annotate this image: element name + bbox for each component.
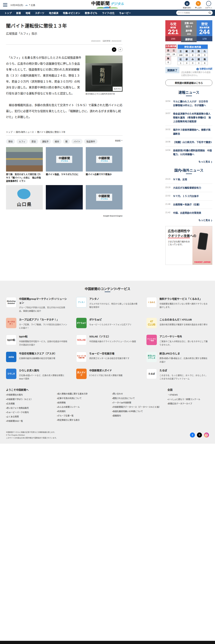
footer-link[interactable]: 後援名義使用願いの申請について xyxy=(112,410,162,413)
national-more-link[interactable]: もっと見る ❯ xyxy=(165,218,212,222)
footer-link[interactable]: 47NEWS xyxy=(168,394,209,396)
breaking-more-link[interactable]: もっと見る ❯ xyxy=(165,160,212,163)
facebook-icon[interactable]: f xyxy=(190,432,195,438)
footer-link[interactable]: ケータイde中国新聞 xyxy=(112,401,162,404)
read-paper-button[interactable]: ▤ 紙面を読む xyxy=(183,1,191,9)
footer-link[interactable]: 利用規約 xyxy=(57,410,107,413)
footer-link[interactable]: みんなの新聞コンクール xyxy=(57,406,107,409)
article-photo[interactable]: 裁判所 拡大する xyxy=(86,56,122,92)
footer-link[interactable]: 中国新聞電子データベース（データベースＮＩＥ版） xyxy=(112,406,162,409)
nav-economy[interactable]: 地方経済 xyxy=(47,11,60,14)
site-search-box[interactable] xyxy=(176,10,213,15)
footer-link[interactable]: 思い出フォト他商品販売 xyxy=(6,406,52,410)
national-news-item-1[interactable]: 23:23 ＮＹ株、反発 xyxy=(165,176,212,184)
footer-link[interactable]: ちゅーピーパークの案内 xyxy=(6,411,52,414)
service-kyujin-guide[interactable]: 求人ガイド 中国新聞求人ガイド5つのエリア別に旬の求人情報が満載 xyxy=(76,369,139,380)
service-asta[interactable]: asta 牛田住宅情報スクエア〔アスタ〕広島県内最多出展棟数の総合住宅展示場 xyxy=(6,352,68,364)
search-input[interactable] xyxy=(178,12,208,14)
footer-link[interactable]: 広告掲載 xyxy=(6,402,52,406)
footer-link[interactable]: いっしょに読もう！新聞コンクール xyxy=(168,398,209,401)
nav-new[interactable]: 新着 xyxy=(14,11,23,14)
related-article-3[interactable]: 中國新聞デジタル 闇バイト応募でサケ密漁か xyxy=(86,147,122,183)
photo-zoom-button[interactable]: 拡大する xyxy=(113,86,122,91)
x-twitter-icon[interactable]: ✕ xyxy=(197,432,202,438)
yahoo-japan-logo: YAHOO! JAPAN xyxy=(194,261,210,263)
national-news-item-2[interactable]: 23:19 大岩氏が五輪監督続投有力 xyxy=(165,184,212,192)
breaking-news-item-3[interactable]: 16:32 福井中３殺害再審開始へ、検察が異議断念 xyxy=(165,126,212,138)
footer-link[interactable]: 特定商取引に関する表示 xyxy=(57,419,107,422)
related-article-4[interactable]: 山口県 xyxy=(6,185,43,213)
nav-feature[interactable]: 特集・オピニオン xyxy=(61,11,82,14)
tag-hosoya[interactable]: 細谷 xyxy=(52,139,62,144)
footer-link[interactable]: 問い合わせ xyxy=(112,392,162,396)
service-solae[interactable]: SOLAE SOLAE（ソラエ）中四国最大級のクライミング・アミューズメント施設 xyxy=(76,335,139,346)
shukatsu-life-icon: 終活LIFE ひろしま xyxy=(146,352,157,362)
footer-link[interactable]: 個人情報の保護に関する基本方針 xyxy=(57,392,107,396)
footer-link[interactable]: 書籍案内 xyxy=(112,414,162,418)
service-pokechupi[interactable]: ポケちゅピ ポケちゅピちゅーピーくらぶのスマートフォン公式アプリ xyxy=(76,318,139,330)
national-news-item-4[interactable]: 21:48 台風情報＝気象庁（位置） xyxy=(165,200,212,209)
nav-chupea[interactable]: ちゅーピー xyxy=(117,11,133,14)
related-thumbnail-cityscape: 中國新聞デジタル xyxy=(86,185,122,210)
instagram-icon[interactable] xyxy=(204,432,209,438)
copy-link-icon[interactable] xyxy=(118,47,122,52)
related-article-1[interactable]: 捨て駒 気付けば１人で実行役【ＳＮＳ「闇バイト」の末に 福山市強盗致傷事件】＜下… xyxy=(6,147,43,183)
service-anniversary-gogai[interactable]: アニバーサリー号外 アニバーサリー号外ご家族やご友人の特別な日に、思いをカタチに… xyxy=(146,335,209,346)
tag-yami[interactable]: 闇 xyxy=(63,139,70,144)
footer-link[interactable]: 採用情報 xyxy=(57,401,107,404)
tag-untenshu[interactable]: 運転手 xyxy=(40,139,51,144)
region-selector[interactable]: ▼ 広島 xyxy=(29,3,35,6)
service-shukatsu-life[interactable]: 終活LIFE ひろしま 終活LIFEひろしま葬祭・相続・介護・福祉など、広島の終… xyxy=(146,352,209,364)
footer-link[interactable]: 中国新聞で学ぼう（ＮＩＥ） xyxy=(6,398,52,401)
national-news-item-3[interactable]: 22:02 ＮＹ円、１５２円台後半 xyxy=(165,192,212,200)
tag-bakkin[interactable]: 罰金 xyxy=(29,139,38,144)
election-summary-widget[interactable]: 与党 無所属 221 295 定数 465 残り 0 過半数 233 選挙前 野… xyxy=(165,20,212,42)
hamburger-menu-icon[interactable] xyxy=(3,3,7,6)
footer-link[interactable]: グループ企業一覧 xyxy=(57,414,107,418)
login-button[interactable]: → ログイン xyxy=(205,1,212,9)
nav-life[interactable]: ライフ・文化 xyxy=(100,11,117,14)
nav-region[interactable]: 地域 xyxy=(24,11,32,14)
service-kurumie[interactable]: くるみえ 無料チラシ宅配サービス「くるみえ」中国新聞を購読されていない世帯へ無料… xyxy=(146,297,209,313)
national-news-item-5[interactable]: 21:42 中国、出産奨励の対策発表 xyxy=(165,209,212,217)
breaking-news-item-1[interactable]: 18:54 サルに襲われ２人けが 廿日市市 目撃情報10件以上、市が捕獲へ xyxy=(165,98,212,110)
footer-link[interactable]: 中国新聞SNS一覧 xyxy=(6,420,52,423)
footer-link[interactable]: よくある質問 xyxy=(6,415,52,418)
article-title: 闇バイト運転役に懲役１３年 xyxy=(6,22,122,29)
subscribe-button[interactable]: ✎ 申し込み xyxy=(195,1,202,9)
nav-education[interactable]: 教育・子ども xyxy=(83,11,100,14)
footer-link[interactable]: 閲覧される広告について xyxy=(112,397,162,400)
related-article-2[interactable]: 中國新聞デジタル 闇バイト強盗、ＳＮＳが入り口に xyxy=(46,147,82,183)
nav-top[interactable]: トップ xyxy=(2,11,14,14)
service-marketing-solution[interactable]: Marketing Solution 中国新聞groupマーケティング・ソリュー… xyxy=(6,297,68,313)
service-47club[interactable]: 47 CLUB こんなのあるんだ！47CLUB全国の地方新聞社が厳選する地域の逸… xyxy=(146,318,209,330)
tag-baito[interactable]: バイト xyxy=(72,139,82,144)
yahoo-ad-banner[interactable]: 広告の透明性や クオリティ改善への さまざまな取り組みをおこなっています。 YA… xyxy=(165,226,212,265)
related-article-5[interactable] xyxy=(46,185,82,213)
footer-link[interactable]: 新聞広告データアーカイブ xyxy=(168,402,209,406)
tag-goto-jiken[interactable]: 強盗事件 xyxy=(84,139,98,144)
service-hiroshima-kyujin[interactable]: ひろしま ひろしま求人案内正社員・派遣・パートなど、広島の求人情報を新聞とWeb… xyxy=(6,369,68,380)
party-breakdown-link[interactable]: ❯与野党の内訳 xyxy=(181,67,212,70)
breadcrumb-top[interactable]: トップ xyxy=(6,131,12,133)
service-tarupo[interactable]: たるぽ たるぽこのまちを、もっと便利に、おトクに、おもしろく。このまちの応援プラ… xyxy=(146,369,209,380)
service-chupea-jutaku[interactable]: ちゅーピー住宅展示場 ちゅーピー住宅展示場西区商工センターにある総合住宅展示場で… xyxy=(76,352,139,364)
breaking-news-item-4[interactable]: 16:06 【地震】山口県光市、下松市で震度1 xyxy=(165,138,212,146)
service-ashitano[interactable]: アシタノ アシタノグルメやおでかけなど、明日から楽しくなる広島の情報を発信中 xyxy=(76,297,139,313)
tag-choeki[interactable]: 懲役 xyxy=(6,139,15,144)
breadcrumb-category[interactable]: 国内・海外ニュース xyxy=(16,131,34,133)
service-carp-app[interactable]: カーチカチ！ カープ公式アプリ「カーチカチ！」カープ記事、ライブ動画、ラジオ実況… xyxy=(6,318,68,330)
service-ippincho[interactable]: Ippin帖 Ippin帖中国新聞販売所宅配サービス。全国の名産品や中国地方の逸… xyxy=(6,335,68,346)
site-logo[interactable]: 中國新聞デジタル xyxy=(91,1,124,8)
related-sort-dropdown[interactable]: 関連順▼ xyxy=(115,139,122,142)
breaking-news-item-5[interactable]: 14:04 島根原発2号機の燃料装荷開始 中国電力、12月再稼働へ xyxy=(165,146,212,158)
tag-luffy[interactable]: ルフィ xyxy=(16,139,28,144)
election-results-button[interactable]: 衆院選の開票速報はこちら xyxy=(165,80,212,86)
related-article-6[interactable]: 中國新聞デジタル xyxy=(86,185,122,213)
search-icon[interactable] xyxy=(208,12,211,14)
breaking-news-item-2[interactable]: 16:57 借金返済猶予のため所属部隊の個人情報を漏洩 1等海曹を停職8日 海上… xyxy=(165,110,212,126)
nav-sports[interactable]: スポーツ xyxy=(33,11,46,14)
footer-link[interactable]: 中国新聞社の案内 xyxy=(6,394,52,396)
footer-link[interactable]: 記事や写真の利用について xyxy=(57,397,107,400)
share-x-icon[interactable]: ✕ xyxy=(112,47,116,52)
